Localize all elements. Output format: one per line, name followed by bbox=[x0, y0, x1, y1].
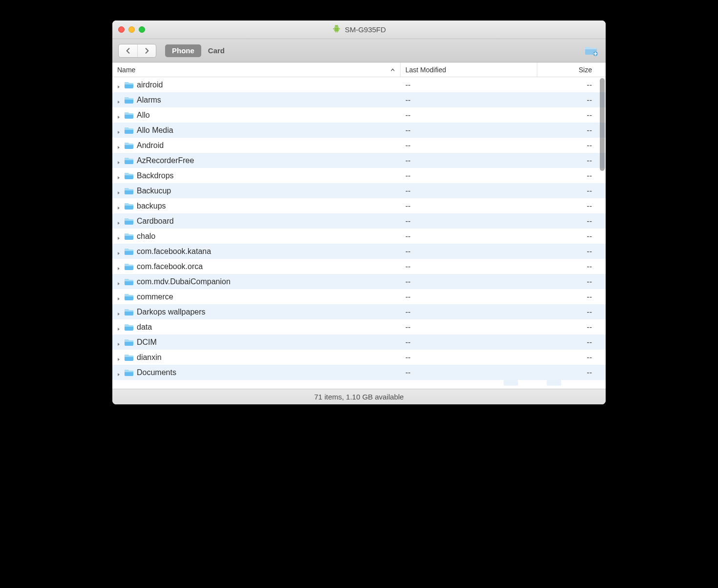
file-size: -- bbox=[537, 293, 606, 301]
table-row[interactable]: Backucup---- bbox=[112, 183, 606, 198]
file-size: -- bbox=[537, 171, 606, 180]
folder-icon bbox=[124, 172, 134, 180]
file-modified: -- bbox=[401, 202, 537, 210]
scrollbar-thumb[interactable] bbox=[600, 78, 605, 171]
table-row[interactable]: backups---- bbox=[112, 198, 606, 213]
disclosure-triangle-icon[interactable] bbox=[116, 130, 121, 135]
table-row[interactable]: Cardboard---- bbox=[112, 213, 606, 229]
disclosure-triangle-icon[interactable] bbox=[116, 266, 121, 271]
file-size: -- bbox=[537, 126, 606, 135]
disclosure-triangle-icon[interactable] bbox=[116, 100, 121, 105]
disclosure-triangle-icon[interactable] bbox=[116, 84, 121, 89]
folder-icon bbox=[124, 142, 134, 149]
table-row[interactable]: data---- bbox=[112, 319, 606, 335]
disclosure-triangle-icon[interactable] bbox=[116, 281, 121, 286]
table-row[interactable]: Documents---- bbox=[112, 365, 606, 380]
disclosure-triangle-icon[interactable] bbox=[116, 160, 121, 165]
table-row[interactable]: DCIM---- bbox=[112, 335, 606, 350]
file-name: Documents bbox=[137, 368, 176, 377]
disclosure-triangle-icon[interactable] bbox=[116, 236, 121, 241]
disclosure-triangle-icon[interactable] bbox=[116, 357, 121, 362]
svg-point-1 bbox=[339, 28, 340, 29]
table-row[interactable]: com.facebook.katana---- bbox=[112, 244, 606, 259]
file-size: -- bbox=[537, 308, 606, 316]
traffic-lights bbox=[112, 26, 145, 33]
minimize-button[interactable] bbox=[128, 26, 135, 33]
file-name: AzRecorderFree bbox=[137, 156, 194, 165]
table-row[interactable]: Allo Media---- bbox=[112, 123, 606, 138]
sort-ascending-icon bbox=[390, 66, 395, 74]
file-name: dianxin bbox=[137, 353, 162, 362]
table-row[interactable]: commerce---- bbox=[112, 289, 606, 304]
file-name: commerce bbox=[137, 293, 173, 301]
folder-icon bbox=[124, 187, 134, 195]
table-row[interactable]: Darkops wallpapers---- bbox=[112, 304, 606, 319]
file-modified: -- bbox=[401, 293, 537, 301]
table-row[interactable]: chalo---- bbox=[112, 229, 606, 244]
file-modified: -- bbox=[401, 308, 537, 316]
disclosure-triangle-icon[interactable] bbox=[116, 206, 121, 210]
folder-icon bbox=[124, 96, 134, 104]
disclosure-triangle-icon[interactable] bbox=[116, 145, 121, 150]
file-modified: -- bbox=[401, 262, 537, 271]
header-name[interactable]: Name bbox=[112, 63, 401, 77]
tab-card[interactable]: Card bbox=[201, 44, 232, 57]
new-folder-button[interactable] bbox=[583, 44, 600, 58]
table-row[interactable]: dianxin---- bbox=[112, 350, 606, 365]
file-name: Allo Media bbox=[137, 126, 173, 135]
table-row[interactable]: Backdrops---- bbox=[112, 168, 606, 183]
file-size: -- bbox=[537, 353, 606, 362]
svg-rect-3 bbox=[337, 25, 338, 26]
column-headers: Name Last Modified Size bbox=[112, 63, 606, 77]
forward-button[interactable] bbox=[137, 44, 156, 57]
file-modified: -- bbox=[401, 171, 537, 180]
disclosure-triangle-icon[interactable] bbox=[116, 190, 121, 195]
table-row[interactable]: Android---- bbox=[112, 138, 606, 153]
folder-icon bbox=[124, 232, 134, 240]
table-row[interactable]: airdroid---- bbox=[112, 77, 606, 92]
disclosure-triangle-icon[interactable] bbox=[116, 312, 121, 316]
folder-icon bbox=[124, 369, 134, 377]
status-bar: 71 items, 1.10 GB available bbox=[112, 389, 606, 404]
tab-phone[interactable]: Phone bbox=[165, 44, 201, 57]
file-modified: -- bbox=[401, 217, 537, 226]
header-size[interactable]: Size bbox=[537, 63, 606, 77]
disclosure-triangle-icon[interactable] bbox=[116, 296, 121, 301]
file-name: Backdrops bbox=[137, 171, 174, 180]
disclosure-triangle-icon[interactable] bbox=[116, 327, 121, 332]
disclosure-triangle-icon[interactable] bbox=[116, 221, 121, 226]
file-list[interactable]: airdroid----Alarms----Allo----Allo Media… bbox=[112, 77, 606, 389]
table-row[interactable]: AzRecorderFree---- bbox=[112, 153, 606, 168]
file-name: Cardboard bbox=[137, 217, 174, 226]
storage-tabs: Phone Card bbox=[165, 44, 232, 58]
table-row[interactable]: Allo---- bbox=[112, 107, 606, 123]
file-modified: -- bbox=[401, 368, 537, 377]
folder-icon bbox=[124, 217, 134, 225]
disclosure-triangle-icon[interactable] bbox=[116, 342, 121, 347]
header-name-label: Name bbox=[117, 66, 135, 74]
disclosure-triangle-icon[interactable] bbox=[116, 115, 121, 120]
disclosure-triangle-icon[interactable] bbox=[116, 372, 121, 377]
header-modified[interactable]: Last Modified bbox=[401, 63, 537, 77]
disclosure-triangle-icon[interactable] bbox=[116, 175, 121, 180]
file-size: -- bbox=[537, 368, 606, 377]
file-modified: -- bbox=[401, 96, 537, 105]
header-modified-label: Last Modified bbox=[405, 66, 446, 74]
file-name: com.mdv.DubaiCompanion bbox=[137, 277, 231, 286]
file-size: -- bbox=[537, 262, 606, 271]
folder-icon bbox=[124, 248, 134, 255]
titlebar[interactable]: SM-G935FD bbox=[112, 21, 606, 39]
file-modified: -- bbox=[401, 187, 537, 195]
close-button[interactable] bbox=[118, 26, 125, 33]
header-size-label: Size bbox=[579, 66, 592, 74]
table-row[interactable]: com.mdv.DubaiCompanion---- bbox=[112, 274, 606, 289]
table-row[interactable]: com.facebook.orca---- bbox=[112, 259, 606, 274]
file-name: chalo bbox=[137, 232, 155, 241]
disclosure-triangle-icon[interactable] bbox=[116, 251, 121, 256]
zoom-button[interactable] bbox=[139, 26, 145, 33]
table-row[interactable]: Alarms---- bbox=[112, 92, 606, 107]
back-button[interactable] bbox=[119, 44, 137, 57]
file-name: com.facebook.katana bbox=[137, 247, 211, 256]
file-name: data bbox=[137, 323, 152, 332]
file-size: -- bbox=[537, 96, 606, 105]
